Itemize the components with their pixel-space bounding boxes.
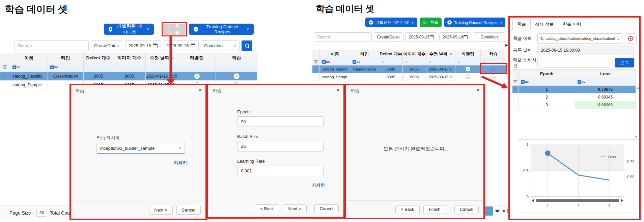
- epoch-row[interactable]: 2 0.69345: [512, 93, 636, 101]
- filter-icon-cell[interactable]: [312, 58, 320, 65]
- epoch-input[interactable]: [237, 116, 324, 127]
- batch-size-input[interactable]: [237, 141, 324, 151]
- more-detail-link[interactable]: 자세히: [174, 160, 187, 166]
- date-to-picker[interactable]: 2025-09-16: [439, 32, 471, 42]
- condition-select[interactable]: Condition: [473, 32, 505, 42]
- header-labeling[interactable]: 라벨링: [178, 53, 216, 63]
- filter-images[interactable]: =: [403, 58, 426, 65]
- filter-type[interactable]: ABC: [350, 58, 379, 65]
- stop-record-button[interactable]: [625, 33, 637, 44]
- filter-defect[interactable]: =: [379, 58, 403, 65]
- cancel-button[interactable]: Cancel: [454, 205, 479, 214]
- scroll-up-icon[interactable]: ▲: [637, 86, 640, 89]
- tab-train-history[interactable]: 학습 이력: [558, 19, 586, 30]
- row-expand-cell[interactable]: >: [512, 86, 519, 93]
- epoch-row-selected[interactable]: > 1 0.73675: [512, 86, 636, 93]
- header-labeling[interactable]: 라벨링: [455, 50, 481, 58]
- header-defect[interactable]: Defect 개수: [84, 53, 113, 63]
- date-from-picker[interactable]: 2025-09-15: [405, 32, 437, 42]
- close-icon[interactable]: ×: [198, 86, 202, 94]
- finish-button[interactable]: Finish: [423, 205, 446, 214]
- close-icon[interactable]: ×: [336, 86, 340, 94]
- row-expand-cell[interactable]: >: [0, 72, 10, 80]
- header-type[interactable]: 타입: [48, 53, 84, 63]
- header-images[interactable]: 이미지 개수: [113, 53, 146, 63]
- cell-labeling[interactable]: ✓: [455, 65, 481, 73]
- date-field-select[interactable]: CreateDate ∨: [374, 32, 403, 42]
- header-epoch[interactable]: Epoch: [519, 70, 575, 78]
- training-recipes-button[interactable]: + Training Dataset Recipes ∨: [444, 18, 505, 27]
- header-modified[interactable]: 수정 날짜∨: [426, 50, 455, 58]
- scroll-right-icon[interactable]: ▶: [505, 43, 508, 47]
- training-history-select[interactable]: ↻ catdog_classification(catdog_classific…: [537, 33, 622, 44]
- search-input[interactable]: [15, 40, 89, 51]
- back-button[interactable]: < Back: [395, 205, 420, 214]
- filter-train[interactable]: =: [216, 63, 257, 72]
- training-recipes-button[interactable]: + Training Dataset Recipes ∨: [189, 24, 254, 35]
- epoch-row-best[interactable]: 3 0.68368: [512, 101, 636, 109]
- scroll-right-icon[interactable]: [621, 199, 623, 202]
- header-train[interactable]: 학습: [481, 50, 506, 58]
- learning-rate-input[interactable]: [237, 166, 324, 176]
- cell-labeling[interactable]: →: [455, 73, 481, 81]
- filter-loss[interactable]: ABC: [575, 78, 636, 85]
- filter-epoch[interactable]: ABC: [519, 78, 575, 85]
- next-button[interactable]: Next >: [283, 204, 307, 213]
- cell-train[interactable]: →: [481, 73, 506, 81]
- scroll-down-icon[interactable]: ▼: [635, 135, 638, 139]
- chart-hscrollbar[interactable]: [536, 199, 619, 202]
- filter-train[interactable]: =: [481, 58, 506, 65]
- header-train[interactable]: 학습: [216, 53, 257, 63]
- filter-icon-cell[interactable]: [0, 63, 10, 72]
- date-field-select[interactable]: CreateDate ∨: [91, 40, 123, 51]
- cancel-button[interactable]: Cancel: [314, 204, 339, 213]
- row-expand-cell[interactable]: [0, 81, 10, 89]
- header-images[interactable]: 이미지 개수: [403, 50, 426, 58]
- table-row-selected[interactable]: > catdog_classific Classification 8005 8…: [0, 72, 257, 81]
- tab-train[interactable]: 학습: [512, 19, 531, 30]
- close-icon[interactable]: ×: [476, 86, 480, 94]
- next-button[interactable]: Next >: [149, 206, 173, 215]
- log-button[interactable]: 로그: [615, 58, 634, 67]
- tab-detail-info[interactable]: 상세 정보: [531, 19, 558, 30]
- date-from-picker[interactable]: 2025-09-15: [125, 40, 161, 51]
- filter-type[interactable]: ABC: [48, 63, 84, 72]
- filter-images[interactable]: =: [113, 63, 146, 72]
- filter-modified[interactable]: =: [146, 63, 178, 72]
- table-row-selected[interactable]: > catdog_classif Classification 8005 800…: [312, 65, 506, 73]
- filter-defect[interactable]: =: [84, 63, 113, 72]
- filter-labeling[interactable]: =: [455, 58, 481, 65]
- more-detail-link[interactable]: 자세히: [312, 182, 325, 188]
- cell-train-running[interactable]: ↻: [481, 65, 506, 73]
- header-loss[interactable]: Loss: [575, 70, 636, 78]
- date-to-picker[interactable]: 2025-09-16: [163, 40, 199, 51]
- filter-name[interactable]: ABC: [10, 63, 48, 72]
- row-expand-cell[interactable]: [512, 93, 519, 101]
- condition-select[interactable]: Condition ∨: [201, 40, 240, 51]
- scroll-up-icon[interactable]: ▲: [505, 66, 508, 70]
- cell-train[interactable]: ▶: [216, 72, 257, 80]
- row-expand-cell[interactable]: [312, 73, 320, 81]
- filter-name[interactable]: ABC: [320, 58, 350, 65]
- train-button-disabled[interactable]: |▷ 학습: [163, 24, 186, 35]
- labeled-dataset-button[interactable]: + 라벨링된 데이터셋 ∨: [365, 18, 417, 27]
- row-expand-cell[interactable]: [512, 101, 519, 109]
- scroll-left-icon[interactable]: [532, 199, 534, 202]
- cell-labeling[interactable]: ✓: [178, 72, 216, 80]
- search-input[interactable]: [314, 32, 372, 42]
- page-size-input[interactable]: [36, 209, 47, 217]
- filter-labeling[interactable]: =: [178, 63, 216, 72]
- filter-modified[interactable]: =: [426, 58, 455, 65]
- labeled-dataset-button[interactable]: + 라벨링된 데이터셋 ∨: [104, 24, 154, 35]
- header-modified[interactable]: 수정 날짜∨: [146, 53, 178, 63]
- row-expand-cell[interactable]: >: [312, 65, 320, 73]
- header-defect[interactable]: Defect 개수: [379, 50, 403, 58]
- recipe-select[interactable]: inceptionv3_builder_sample ∨: [96, 143, 185, 154]
- train-button[interactable]: |▷ 학습: [420, 18, 442, 27]
- header-name[interactable]: 이름: [10, 53, 48, 63]
- search-button[interactable]: [242, 40, 252, 51]
- current-page-button[interactable]: [484, 206, 493, 216]
- cancel-button[interactable]: Cancel: [176, 206, 201, 215]
- back-button[interactable]: < Back: [255, 204, 279, 213]
- filter-icon-cell[interactable]: [512, 78, 519, 85]
